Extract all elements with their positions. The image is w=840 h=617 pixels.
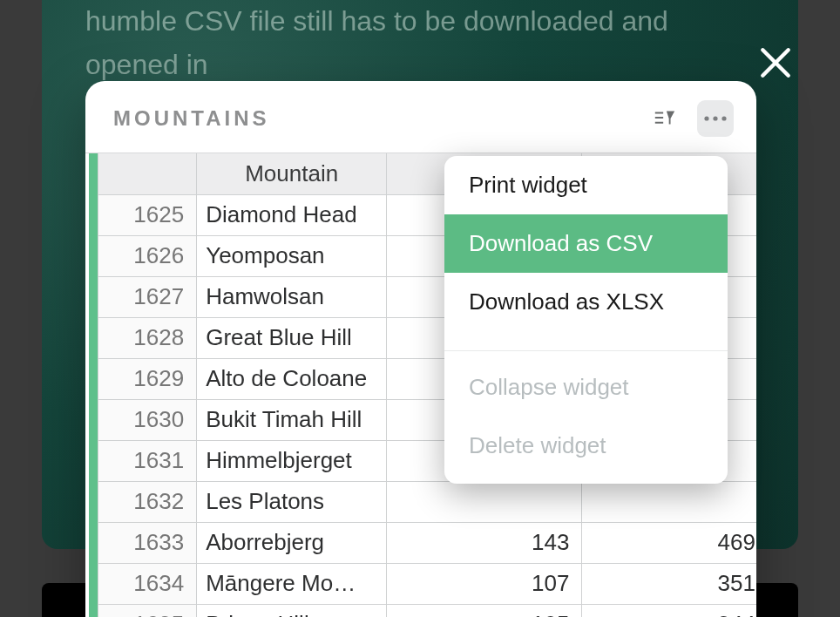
col-mountain[interactable]: Mountain bbox=[197, 153, 387, 194]
col-index[interactable] bbox=[98, 153, 197, 194]
widget-title: MOUNTAINS bbox=[113, 106, 270, 131]
cell-mountain: Yeomposan bbox=[197, 235, 387, 276]
svg-point-5 bbox=[704, 116, 708, 120]
cell-mountain: Britton Hill bbox=[197, 604, 387, 617]
cell-index: 1632 bbox=[98, 481, 197, 522]
cell-index: 1633 bbox=[98, 522, 197, 563]
app-root: humble CSV file still has to be download… bbox=[0, 0, 840, 617]
more-icon bbox=[702, 114, 728, 123]
cell-a bbox=[387, 481, 582, 522]
cell-b: 344 bbox=[582, 604, 756, 617]
menu-item-collapse-widget: Collapse widget bbox=[444, 358, 728, 417]
cell-mountain: Great Blue Hill bbox=[197, 317, 387, 358]
more-button[interactable] bbox=[697, 100, 734, 137]
cell-index: 1629 bbox=[98, 358, 197, 399]
cell-index: 1631 bbox=[98, 440, 197, 481]
cell-mountain: Aborrebjerg bbox=[197, 522, 387, 563]
cell-mountain: Hamwolsan bbox=[197, 276, 387, 317]
selection-indicator bbox=[89, 153, 98, 617]
cell-index: 1627 bbox=[98, 276, 197, 317]
filter-icon bbox=[653, 106, 677, 131]
close-button[interactable] bbox=[753, 40, 798, 85]
menu-item-print-widget[interactable]: Print widget bbox=[444, 156, 728, 214]
cell-b: 351 bbox=[582, 563, 756, 604]
menu-item-delete-widget: Delete widget bbox=[444, 417, 728, 475]
menu-separator bbox=[444, 350, 728, 351]
cell-index: 1625 bbox=[98, 194, 197, 235]
widget-actions bbox=[647, 100, 734, 137]
widget-header: MOUNTAINS bbox=[85, 81, 756, 153]
cell-mountain: Alto de Coloane bbox=[197, 358, 387, 399]
cell-index: 1635 bbox=[98, 604, 197, 617]
menu-item-download-as-csv[interactable]: Download as CSV bbox=[444, 214, 728, 273]
menu-item-download-as-xlsx[interactable]: Download as XLSX bbox=[444, 273, 728, 331]
table-row[interactable]: 1632Les Platons bbox=[98, 481, 757, 522]
cell-mountain: Himmelbjerget bbox=[197, 440, 387, 481]
cell-b bbox=[582, 481, 756, 522]
table-row[interactable]: 1633Aborrebjerg143469 bbox=[98, 522, 757, 563]
cell-a: 143 bbox=[387, 522, 582, 563]
cell-a: 107 bbox=[387, 563, 582, 604]
cell-index: 1630 bbox=[98, 399, 197, 440]
cell-mountain: Les Platons bbox=[197, 481, 387, 522]
svg-point-6 bbox=[713, 116, 717, 120]
article-line1: humble CSV file still has to be download… bbox=[85, 5, 668, 80]
cell-a: 105 bbox=[387, 604, 582, 617]
table-row[interactable]: 1635Britton Hill105344 bbox=[98, 604, 757, 617]
cell-index: 1628 bbox=[98, 317, 197, 358]
context-menu: Print widgetDownload as CSVDownload as X… bbox=[444, 156, 728, 484]
cell-index: 1634 bbox=[98, 563, 197, 604]
close-icon bbox=[757, 44, 794, 81]
cell-mountain: Māngere Mo… bbox=[197, 563, 387, 604]
table-row[interactable]: 1634Māngere Mo…107351 bbox=[98, 563, 757, 604]
cell-index: 1626 bbox=[98, 235, 197, 276]
cell-b: 469 bbox=[582, 522, 756, 563]
filter-button[interactable] bbox=[647, 100, 683, 137]
cell-mountain: Bukit Timah Hill bbox=[197, 399, 387, 440]
svg-point-7 bbox=[721, 116, 726, 120]
cell-mountain: Diamond Head bbox=[197, 194, 387, 235]
